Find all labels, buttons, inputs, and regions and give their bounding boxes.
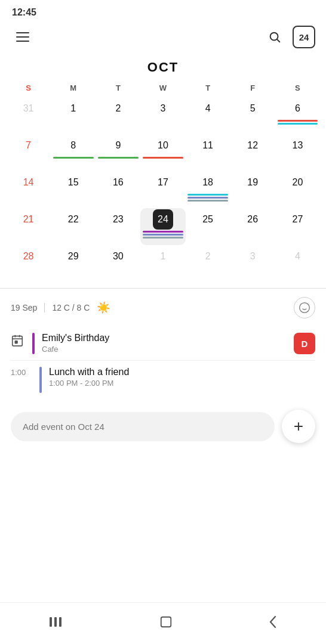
cal-day-1[interactable]: 1 xyxy=(51,97,96,134)
cal-day-7[interactable]: 7 xyxy=(6,134,51,171)
cal-day-10[interactable]: 10 xyxy=(140,134,185,171)
event-time-label: 1:00 xyxy=(11,368,32,377)
svg-point-2 xyxy=(300,303,310,313)
calendar-grid: S M T W T F S 31 1 2 3 4 5 6 xyxy=(0,81,326,282)
status-bar: 12:45 xyxy=(0,0,326,20)
cal-day-3[interactable]: 3 xyxy=(140,97,185,134)
cal-day-2-next[interactable]: 2 xyxy=(186,245,230,282)
recent-apps-icon xyxy=(48,616,63,628)
events-date-info: 19 Sep 12 C / 8 C ☀️ xyxy=(11,301,110,314)
cal-day-17[interactable]: 17 xyxy=(140,171,185,208)
cal-day-29[interactable]: 29 xyxy=(51,245,96,282)
cal-day-26[interactable]: 26 xyxy=(230,208,275,245)
back-icon xyxy=(269,615,278,628)
event-emily-birthday[interactable]: Emily's Birthday Cafe D xyxy=(11,327,315,360)
event-badge-emily[interactable]: D xyxy=(294,333,315,354)
svg-line-1 xyxy=(277,39,279,42)
smiley-button[interactable] xyxy=(294,297,315,318)
weekday-sat: S xyxy=(275,81,320,95)
cal-day-25[interactable]: 25 xyxy=(186,208,230,245)
cal-day-9[interactable]: 9 xyxy=(96,134,140,171)
weekday-headers: S M T W T F S xyxy=(6,81,320,95)
cal-day-1-next[interactable]: 1 xyxy=(140,245,185,282)
weekday-tue: T xyxy=(96,81,140,95)
cal-day-30[interactable]: 30 xyxy=(96,245,140,282)
cal-day-5[interactable]: 5 xyxy=(230,97,275,134)
event-lunch[interactable]: 1:00 Lunch with a friend 1:00 PM - 2:00 … xyxy=(11,361,315,399)
event-details-lunch: Lunch with a friend 1:00 PM - 2:00 PM xyxy=(49,367,315,388)
cal-day-28[interactable]: 28 xyxy=(6,245,51,282)
search-button[interactable] xyxy=(263,25,287,49)
day-24-bars xyxy=(143,231,183,239)
event-bar-red xyxy=(278,120,318,122)
bottom-navigation xyxy=(0,602,326,644)
weekday-fri: F xyxy=(230,81,275,95)
cal-day-8[interactable]: 8 xyxy=(51,134,96,171)
event-title-emily: Emily's Birthday xyxy=(42,333,287,343)
event-bar-green xyxy=(98,157,139,159)
cal-day-16[interactable]: 16 xyxy=(96,171,140,208)
weekday-thu: T xyxy=(186,81,230,95)
event-color-indicator xyxy=(32,333,35,354)
add-event-row: + xyxy=(0,399,326,449)
weekday-mon: M xyxy=(51,81,96,95)
search-icon xyxy=(268,30,281,44)
cal-day-6[interactable]: 6 xyxy=(275,97,320,134)
cal-day-21[interactable]: 21 xyxy=(6,208,51,245)
event-bar-teal xyxy=(187,194,228,196)
event-bar-red xyxy=(143,157,183,159)
cal-day-31-faded[interactable]: 31 xyxy=(6,97,51,134)
weekday-sun: S xyxy=(6,81,51,95)
events-date-row: 19 Sep 12 C / 8 C ☀️ xyxy=(11,297,315,318)
cal-day-20[interactable]: 20 xyxy=(275,171,320,208)
cal-day-14[interactable]: 14 xyxy=(6,171,51,208)
weekday-wed: W xyxy=(140,81,185,95)
cal-day-12[interactable]: 12 xyxy=(230,134,275,171)
nav-recent-apps[interactable] xyxy=(48,616,63,631)
cal-day-11[interactable]: 11 xyxy=(186,134,230,171)
events-date-text: 19 Sep xyxy=(11,303,37,312)
add-event-fab[interactable]: + xyxy=(282,410,315,443)
smiley-icon xyxy=(299,302,310,314)
svg-rect-9 xyxy=(15,341,17,343)
calendar-event-icon xyxy=(11,334,25,350)
calendar-date-badge[interactable]: 24 xyxy=(293,26,315,48)
calendar-icon xyxy=(11,334,24,347)
menu-button[interactable] xyxy=(11,25,35,49)
event-bar-teal xyxy=(278,123,318,125)
cal-day-13[interactable]: 13 xyxy=(275,134,320,171)
day-8-bars xyxy=(53,157,94,159)
event-subtitle-emily: Cafe xyxy=(42,345,287,354)
event-color-indicator-lunch xyxy=(39,367,42,393)
weather-text: 12 C / 8 C xyxy=(52,303,90,312)
cal-day-23[interactable]: 23 xyxy=(96,208,140,245)
month-header: OCT xyxy=(0,56,326,81)
nav-home[interactable] xyxy=(159,615,173,632)
event-title-lunch: Lunch with a friend xyxy=(49,367,315,377)
cal-day-15[interactable]: 15 xyxy=(51,171,96,208)
event-bar-gray xyxy=(187,200,228,202)
cal-day-4[interactable]: 4 xyxy=(186,97,230,134)
svg-rect-11 xyxy=(54,617,57,627)
cal-day-24-selected[interactable]: 24 xyxy=(140,208,185,245)
cal-day-3-next[interactable]: 3 xyxy=(230,245,275,282)
cal-day-27[interactable]: 27 xyxy=(275,208,320,245)
toolbar-right: 24 xyxy=(263,25,315,49)
cal-day-19[interactable]: 19 xyxy=(230,171,275,208)
calendar-days: 31 1 2 3 4 5 6 7 8 xyxy=(6,97,320,282)
cal-day-18[interactable]: 18 xyxy=(186,171,230,208)
nav-back[interactable] xyxy=(269,615,278,631)
cal-day-2[interactable]: 2 xyxy=(96,97,140,134)
event-subtitle-lunch: 1:00 PM - 2:00 PM xyxy=(49,379,315,388)
cal-day-4-next[interactable]: 4 xyxy=(275,245,320,282)
svg-rect-10 xyxy=(50,617,52,627)
weather-icon: ☀️ xyxy=(97,301,110,314)
events-section: 19 Sep 12 C / 8 C ☀️ xyxy=(0,289,326,399)
event-bar-green xyxy=(53,157,94,159)
event-details-emily: Emily's Birthday Cafe xyxy=(42,333,287,354)
add-event-input[interactable] xyxy=(11,412,275,441)
event-bar-blue xyxy=(187,197,228,199)
cal-day-22[interactable]: 22 xyxy=(51,208,96,245)
status-time: 12:45 xyxy=(12,7,36,18)
event-bar-purple xyxy=(143,231,183,233)
